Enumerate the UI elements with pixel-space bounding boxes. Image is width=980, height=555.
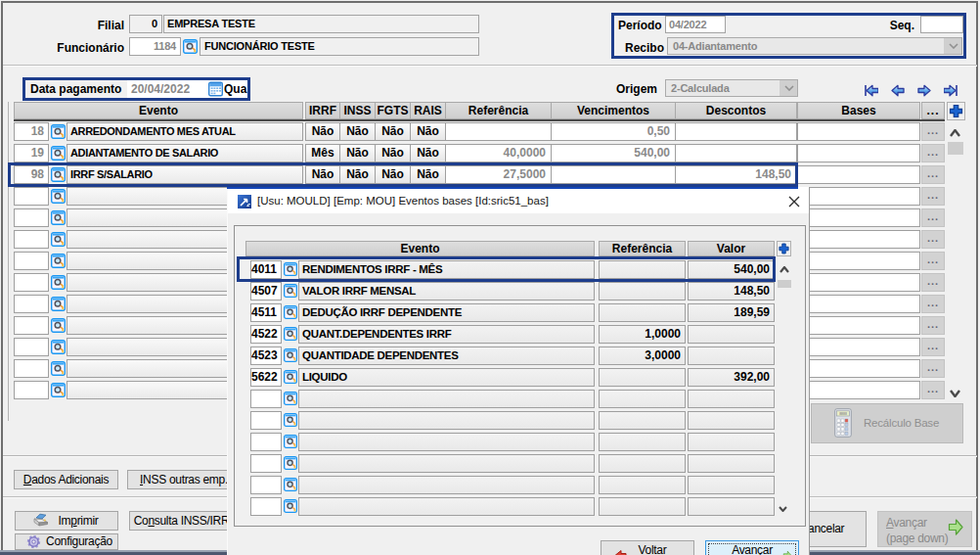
svg-text:8888: 8888 (839, 412, 847, 416)
